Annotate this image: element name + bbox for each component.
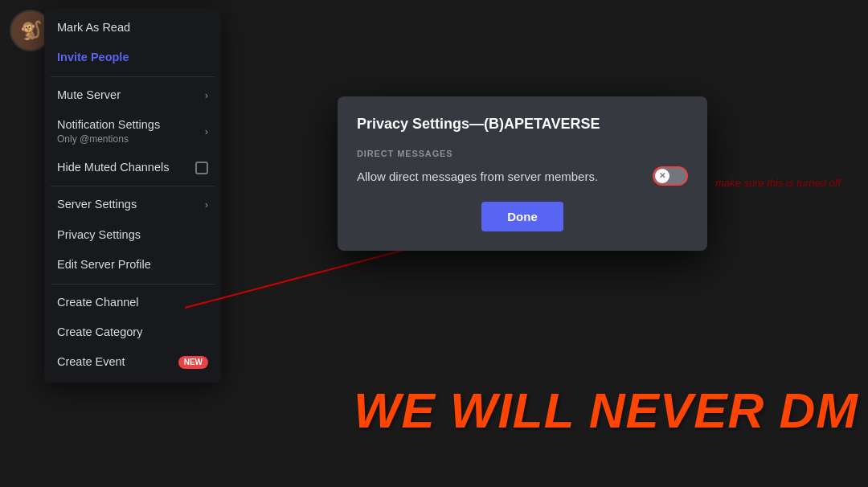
menu-item-hide-muted-channels[interactable]: Hide Muted Channels [44,153,221,182]
notification-settings-label: Notification Settings [57,118,160,132]
chevron-right-icon-3: › [205,198,208,211]
menu-item-notification-settings[interactable]: Notification Settings Only @mentions › [44,110,221,153]
menu-divider-1 [51,76,215,77]
toggle-knob: ✕ [655,169,669,183]
dm-row: Allow direct messages from server member… [357,166,688,186]
dm-toggle[interactable]: ✕ [653,166,688,186]
menu-item-server-settings[interactable]: Server Settings › [44,190,221,219]
menu-item-create-event[interactable]: Create Event NEW [44,347,221,377]
dm-label: Allow direct messages from server member… [357,170,653,183]
menu-item-mute-server[interactable]: Mute Server › [44,80,221,110]
menu-item-mark-as-read[interactable]: Mark As Read [44,13,221,43]
new-badge: NEW [178,356,208,369]
menu-item-privacy-settings[interactable]: Privacy Settings [44,220,221,250]
done-button[interactable]: Done [481,202,563,231]
modal-section-label: DIRECT MESSAGES [357,149,688,158]
annotation-text: make sure this is turned off [715,177,841,189]
menu-item-invite-people[interactable]: Invite People [44,43,221,72]
context-menu: Mark As Read Invite People Mute Server ›… [44,8,221,383]
menu-item-edit-server-profile[interactable]: Edit Server Profile [44,250,221,280]
toggle-x-icon: ✕ [659,172,665,180]
big-text-warning: WE WILL NEVER DM YOU [354,382,868,439]
menu-item-create-category[interactable]: Create Category [44,317,221,347]
chevron-right-icon-2: › [205,125,208,138]
privacy-settings-modal: Privacy Settings—(B)APETAVERSE DIRECT ME… [338,96,707,251]
hide-muted-checkbox[interactable] [195,162,208,174]
menu-item-create-channel[interactable]: Create Channel [44,288,221,317]
modal-title: Privacy Settings—(B)APETAVERSE [357,116,688,133]
chevron-right-icon: › [205,89,208,102]
notification-settings-sublabel: Only @mentions [57,133,160,145]
menu-divider-2 [51,186,215,186]
menu-divider-3 [51,284,215,284]
